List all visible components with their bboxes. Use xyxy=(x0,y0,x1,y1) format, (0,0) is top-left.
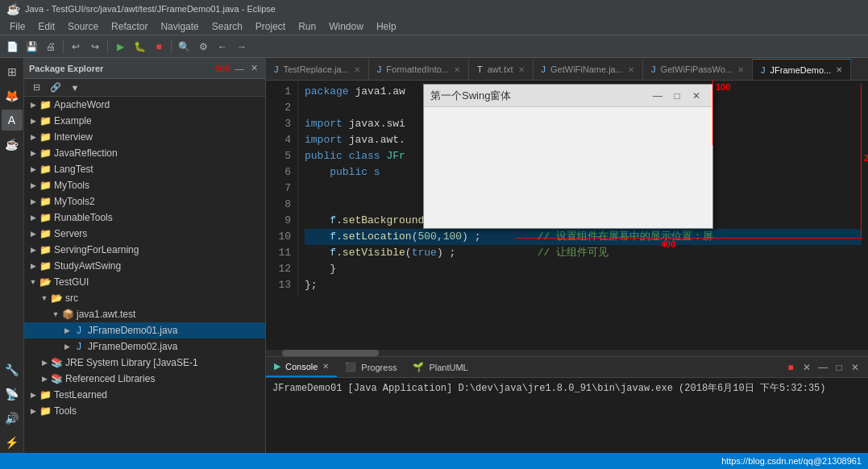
toolbar-print[interactable]: 🖨 xyxy=(42,38,60,56)
toolbar-search[interactable]: 🔍 xyxy=(175,38,193,56)
explorer-link[interactable]: 🔗 xyxy=(47,79,64,97)
toolbar-new[interactable]: 📄 xyxy=(3,38,21,56)
app-icon: ☕ xyxy=(6,2,20,15)
scrollbar-thumb[interactable] xyxy=(282,350,379,356)
tree-package[interactable]: ▼ 📦 java1.awt.test xyxy=(24,306,265,322)
tab-close[interactable]: ✕ xyxy=(354,65,360,74)
activity-bar: ⊞ 🦊 A ☕ 🔧 📡 🔊 ⚡ xyxy=(0,58,24,453)
tree-servers[interactable]: ▶ 📁 Servers xyxy=(24,226,265,242)
explorer-actions: — ✕ xyxy=(233,62,260,75)
collapse-arrow: ▶ xyxy=(27,197,39,205)
tab-testreplace[interactable]: J TestReplace.ja... ✕ xyxy=(266,59,369,80)
menu-project[interactable]: Project xyxy=(249,18,292,35)
activity-browser[interactable]: 🦊 xyxy=(2,85,23,106)
menu-search[interactable]: Search xyxy=(206,18,249,35)
tab-bar: J TestReplace.ja... ✕ J FormattedInto...… xyxy=(266,58,868,81)
swing-maximize[interactable]: □ xyxy=(667,86,687,106)
toolbar-forward[interactable]: → xyxy=(233,38,251,56)
toolbar-debug[interactable]: 🐛 xyxy=(131,38,148,56)
measure-v-line-right xyxy=(712,81,713,145)
toolbar-undo[interactable]: ↩ xyxy=(67,38,85,56)
tree-apacheword[interactable]: ▶ 📁 ApacheWord xyxy=(24,97,265,113)
tree-tools[interactable]: ▶ 📁 Tools xyxy=(24,403,265,419)
toolbar-redo[interactable]: ↪ xyxy=(86,38,104,56)
activity-network[interactable]: 📡 xyxy=(2,384,23,405)
collapse-arrow: ▶ xyxy=(27,165,39,173)
tab-jframedemo[interactable]: J JFrameDemo... ✕ xyxy=(753,59,851,80)
menu-run[interactable]: Run xyxy=(292,18,322,35)
swing-minimize[interactable]: — xyxy=(648,86,667,106)
toolbar-run[interactable]: ▶ xyxy=(111,38,129,56)
console-clear[interactable]: ✕ xyxy=(800,361,813,374)
tree-mytools[interactable]: ▶ 📁 MyTools xyxy=(24,177,265,193)
tree-src[interactable]: ▼ 📂 src xyxy=(24,290,265,306)
console-stop[interactable]: ■ xyxy=(784,361,797,374)
tree-javareflection[interactable]: ▶ 📁 JavaReflection xyxy=(24,145,265,161)
tab-awttxt[interactable]: T awt.txt ✕ xyxy=(469,59,534,80)
panel-close[interactable]: ✕ xyxy=(849,361,862,374)
activity-power[interactable]: ⚡ xyxy=(2,432,23,453)
tab-close[interactable]: ✕ xyxy=(454,65,460,74)
status-url: https://blog.csdn.net/qq@21308961 xyxy=(721,456,862,466)
explorer-close[interactable]: ✕ xyxy=(247,62,260,75)
toolbar-settings[interactable]: ⚙ xyxy=(194,38,212,56)
tree-referenced-libraries[interactable]: ▶ 📚 Referenced Libraries xyxy=(24,371,265,387)
activity-overview[interactable]: ⊞ xyxy=(2,61,23,82)
panel-minimize[interactable]: — xyxy=(816,361,829,374)
menu-edit[interactable]: Edit xyxy=(31,18,61,35)
explorer-filter[interactable]: ▼ xyxy=(66,79,84,97)
tree-example[interactable]: ▶ 📁 Example xyxy=(24,113,265,129)
tree-interview[interactable]: ▶ 📁 Interview xyxy=(24,129,265,145)
tab-getwifipasswo[interactable]: J GetWiFiPassWo... ✕ xyxy=(643,59,753,80)
tab-progress[interactable]: ⬛ Progress xyxy=(337,358,405,377)
tree-jre[interactable]: ▶ 📚 JRE System Library [JavaSE-1 xyxy=(24,355,265,371)
menu-file[interactable]: File xyxy=(3,18,31,35)
tab-label: TestReplace.ja... xyxy=(284,64,349,74)
menu-bar: File Edit Source Refactor Navigate Searc… xyxy=(0,18,868,35)
toolbar-stop[interactable]: ■ xyxy=(150,38,168,56)
menu-window[interactable]: Window xyxy=(322,18,370,35)
tab-formattedinno[interactable]: J FormattedInto... ✕ xyxy=(369,59,469,80)
editor-scrollbar[interactable] xyxy=(266,350,868,356)
tree-servingforlearning[interactable]: ▶ 📁 ServingForLearning xyxy=(24,242,265,258)
java-file-icon: J xyxy=(73,341,85,352)
line-numbers: 1 2 3 4 5 6 7 8 9 10 11 12 13 xyxy=(266,81,298,297)
tab-getwifiname[interactable]: J GetWiFiName.ja... ✕ xyxy=(534,59,643,80)
lib-icon: 📚 xyxy=(50,373,63,384)
code-line-13: }; xyxy=(305,277,862,293)
menu-source[interactable]: Source xyxy=(61,18,105,35)
tab-close[interactable]: ✕ xyxy=(518,65,525,74)
explorer-collapse[interactable]: ⊟ xyxy=(27,79,45,97)
swing-window[interactable]: 第一个Swing窗体 — □ ✕ xyxy=(423,84,713,229)
activity-java[interactable]: ☕ xyxy=(2,134,23,155)
tab-console[interactable]: ▶ Console ✕ xyxy=(266,358,337,377)
tree-testgui[interactable]: ▼ 📂 TestGUI xyxy=(24,274,265,290)
swing-close[interactable]: ✕ xyxy=(687,86,706,106)
tab-close[interactable]: ✕ xyxy=(628,65,634,74)
menu-navigate[interactable]: Navigate xyxy=(154,18,205,35)
menu-refactor[interactable]: Refactor xyxy=(105,18,154,35)
tab-close[interactable]: ✕ xyxy=(836,65,842,74)
tree-testlearned[interactable]: ▶ 📁 TestLearned xyxy=(24,387,265,403)
collapse-arrow: ▼ xyxy=(39,294,50,302)
tree-jframedemo02[interactable]: ▶ J JFrameDemo02.java xyxy=(24,338,265,355)
panel-maximize[interactable]: □ xyxy=(833,361,845,374)
activity-sound[interactable]: 🔊 xyxy=(2,408,23,429)
console-close[interactable]: ✕ xyxy=(322,362,329,371)
lib-icon: 📚 xyxy=(50,357,63,368)
tab-close[interactable]: ✕ xyxy=(737,65,744,74)
java-file-icon: J xyxy=(73,325,85,336)
explorer-minimize[interactable]: — xyxy=(233,62,246,75)
tab-plantuml[interactable]: 🌱 PlantUML xyxy=(405,358,476,377)
tree-jframedemo01[interactable]: ▶ J JFrameDemo01.java xyxy=(24,322,265,338)
menu-help[interactable]: Help xyxy=(370,18,403,35)
toolbar-back[interactable]: ← xyxy=(214,38,231,56)
activity-tools[interactable]: 🔧 xyxy=(2,359,23,380)
toolbar-save[interactable]: 💾 xyxy=(23,38,40,56)
activity-acrobat[interactable]: A xyxy=(2,110,23,131)
tree-runabletools[interactable]: ▶ 📁 RunableTools xyxy=(24,210,265,226)
tree-studyawtswing[interactable]: ▶ 📁 StudyAwtSwing xyxy=(24,258,265,274)
folder-icon: 📁 xyxy=(39,405,52,417)
tree-langtest[interactable]: ▶ 📁 LangTest xyxy=(24,161,265,177)
tree-mytools2[interactable]: ▶ 📁 MyTools2 xyxy=(24,193,265,210)
